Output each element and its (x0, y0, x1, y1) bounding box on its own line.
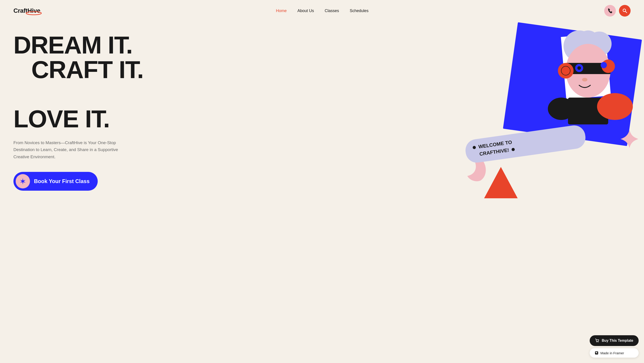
nav-item-home[interactable]: Home (276, 9, 287, 13)
book-class-button[interactable]: Book Your First Class (14, 172, 98, 191)
headline-line1: DREAM IT. (14, 31, 132, 59)
svg-point-22 (598, 342, 598, 342)
phone-button[interactable] (604, 5, 616, 17)
pink-star-shape (620, 129, 640, 149)
nav-link-schedules[interactable]: Schedules (350, 9, 368, 13)
nav-links: Home About Us Classes Schedules (276, 9, 368, 13)
sparkle-icon (19, 177, 27, 185)
svg-point-21 (596, 342, 597, 342)
badge-dot-left (472, 146, 476, 149)
svg-point-19 (548, 98, 575, 120)
nav-actions (604, 5, 630, 17)
hero-illustration: WELCOME TO CRAFTHIVE! (470, 22, 644, 196)
cta-icon-circle (16, 174, 30, 188)
badge-dot-right (512, 148, 515, 151)
nav-link-about[interactable]: About Us (298, 9, 314, 13)
phone-icon (607, 8, 613, 14)
bottom-widgets: Buy This Template Made in Framer (590, 335, 639, 358)
person-illustration (519, 22, 644, 138)
search-button[interactable] (619, 5, 630, 17)
svg-point-18 (597, 93, 633, 120)
svg-point-13 (561, 66, 570, 75)
buy-template-label: Buy This Template (602, 338, 633, 343)
hero-subtext: From Novices to Masters—CraftHive is You… (14, 139, 130, 160)
svg-line-2 (626, 12, 627, 13)
hero-content: DREAM IT. CRAFT IT. LOVE IT. From Novice… (14, 26, 161, 191)
logo-underline-icon (26, 11, 42, 15)
nav-link-home[interactable]: Home (276, 9, 287, 13)
hero-headline: DREAM IT. CRAFT IT. LOVE IT. (14, 33, 161, 131)
svg-point-10 (577, 66, 581, 70)
search-icon (622, 8, 628, 14)
svg-point-11 (592, 65, 598, 71)
svg-point-15 (600, 62, 607, 68)
made-in-framer-button[interactable]: Made in Framer (590, 348, 639, 358)
headline-line2: CRAFT IT. (14, 57, 161, 82)
hero-section: DREAM IT. CRAFT IT. LOVE IT. From Novice… (0, 22, 644, 200)
cart-icon (595, 338, 600, 343)
nav-item-classes[interactable]: Classes (325, 9, 339, 13)
nav-link-classes[interactable]: Classes (325, 9, 339, 13)
framer-icon (594, 351, 598, 355)
nav-item-about[interactable]: About Us (298, 9, 314, 13)
headline-line3: LOVE IT. (14, 105, 110, 133)
framer-label: Made in Framer (600, 351, 624, 355)
cta-label: Book Your First Class (34, 178, 90, 184)
svg-point-0 (26, 12, 41, 15)
logo[interactable]: CraftHive (14, 7, 40, 14)
buy-template-button[interactable]: Buy This Template (590, 335, 639, 346)
nav-item-schedules[interactable]: Schedules (350, 9, 368, 13)
svg-marker-20 (484, 167, 518, 198)
orange-triangle-shape (483, 165, 519, 201)
navbar: CraftHive Home About Us Classes Schedule… (0, 0, 644, 22)
svg-point-16 (582, 78, 588, 82)
